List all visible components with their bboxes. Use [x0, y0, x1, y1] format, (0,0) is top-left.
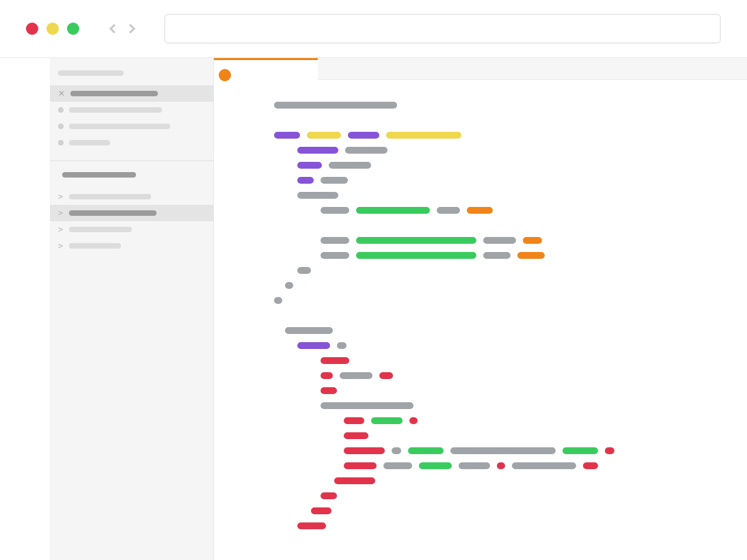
code-line — [267, 338, 720, 353]
code-line — [267, 353, 720, 368]
code-line — [267, 293, 720, 308]
toolbar — [0, 0, 747, 58]
code-token — [321, 237, 349, 244]
code-token — [321, 372, 333, 379]
chevron-right-icon: > — [58, 242, 64, 250]
code-token — [517, 252, 545, 259]
code-editor[interactable] — [214, 80, 747, 533]
code-token — [392, 447, 401, 454]
code-token — [297, 147, 338, 154]
code-token — [356, 252, 476, 259]
sidebar: ✕ >>>> — [50, 58, 214, 560]
open-editor-item[interactable] — [50, 102, 213, 118]
explorer-item[interactable]: > — [50, 238, 213, 254]
code-token — [386, 132, 461, 139]
code-token — [321, 177, 348, 184]
tabs-empty-area — [318, 58, 747, 80]
code-token — [297, 522, 326, 529]
code-token — [297, 177, 314, 184]
folder-label-placeholder — [69, 227, 132, 232]
code-token — [562, 447, 598, 454]
code-token — [274, 297, 282, 304]
code-token — [311, 507, 331, 514]
explorer-header[interactable] — [50, 165, 213, 184]
code-token — [329, 162, 371, 169]
folder-label-placeholder — [69, 243, 121, 249]
code-token — [523, 237, 542, 244]
code-token — [285, 327, 333, 334]
code-line — [267, 143, 720, 158]
bullet-icon — [58, 107, 64, 113]
code-token — [337, 342, 347, 349]
code-token — [371, 417, 403, 424]
chevron-right-icon: > — [58, 193, 64, 201]
file-label-placeholder — [69, 107, 162, 113]
code-line — [267, 503, 720, 518]
explorer-item[interactable]: > — [50, 205, 213, 221]
code-token — [334, 477, 375, 484]
code-line — [267, 308, 720, 323]
tabs-row — [214, 58, 747, 80]
url-input[interactable] — [164, 14, 721, 44]
code-line — [267, 323, 720, 338]
code-line — [267, 218, 720, 233]
code-line — [267, 233, 720, 248]
code-token — [459, 462, 490, 469]
modified-indicator-dot — [219, 69, 231, 81]
code-line — [267, 188, 720, 203]
nav-back-button[interactable] — [107, 23, 119, 35]
open-editor-item[interactable] — [50, 118, 213, 135]
code-line — [267, 203, 720, 218]
code-token — [297, 192, 338, 199]
code-line — [267, 413, 720, 428]
code-line — [267, 473, 720, 488]
close-window-button[interactable] — [26, 23, 38, 35]
nav-forward-button[interactable] — [126, 23, 138, 35]
code-token — [483, 252, 511, 259]
code-token — [348, 132, 379, 139]
explorer-item[interactable]: > — [50, 188, 213, 205]
close-icon[interactable]: ✕ — [58, 89, 65, 98]
bullet-icon — [58, 140, 64, 145]
workspace: ✕ >>>> — [0, 58, 747, 560]
code-token — [379, 372, 393, 379]
explorer-item[interactable]: > — [50, 221, 213, 238]
open-editor-item[interactable]: ✕ — [50, 85, 213, 102]
code-token — [274, 102, 397, 109]
minimize-window-button[interactable] — [46, 23, 59, 35]
code-token — [467, 207, 493, 214]
code-token — [321, 207, 349, 214]
folder-label-placeholder — [69, 210, 157, 216]
code-token — [297, 267, 311, 274]
code-line — [267, 398, 720, 413]
code-token — [321, 402, 413, 409]
code-line — [267, 488, 720, 503]
file-label-placeholder — [69, 140, 110, 145]
folder-label-placeholder — [69, 194, 151, 199]
code-token — [409, 417, 418, 424]
code-token — [321, 387, 337, 394]
code-token — [356, 207, 430, 214]
code-line — [267, 173, 720, 188]
code-token — [321, 357, 349, 364]
code-token — [345, 147, 388, 154]
code-line — [267, 98, 720, 113]
code-token — [512, 462, 576, 469]
code-token — [285, 282, 293, 289]
maximize-window-button[interactable] — [67, 23, 79, 35]
code-token — [307, 132, 341, 139]
open-editors-header[interactable] — [50, 65, 213, 81]
code-line — [267, 248, 720, 263]
code-line — [267, 458, 720, 473]
code-line — [267, 158, 720, 173]
open-editors-section: ✕ — [50, 58, 213, 151]
bullet-icon — [58, 124, 64, 129]
code-token — [297, 162, 322, 169]
code-line — [267, 263, 720, 278]
code-token — [583, 462, 598, 469]
window-controls — [26, 23, 79, 35]
code-line — [267, 383, 720, 398]
code-token — [605, 447, 614, 454]
open-editor-item[interactable] — [50, 135, 213, 151]
editor-area — [214, 58, 747, 560]
